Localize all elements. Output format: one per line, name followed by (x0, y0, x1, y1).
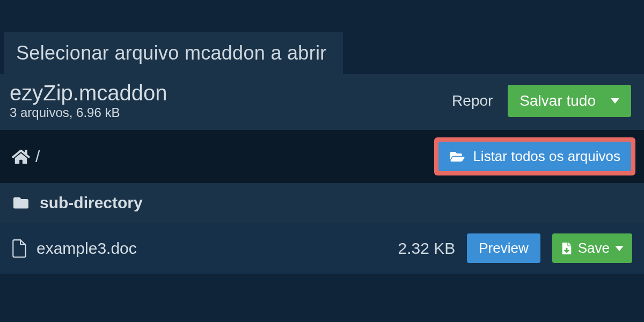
folder-icon (12, 195, 30, 210)
download-icon (561, 243, 573, 254)
save-all-label: Salvar tudo (519, 92, 596, 109)
highlight-box: Listar todos os arquivos (434, 137, 635, 175)
breadcrumb-bar: / Listar todos os arquivos (0, 130, 644, 183)
home-icon[interactable] (12, 149, 30, 165)
file-name: ezyZip.mcaddon (10, 82, 167, 104)
preview-button[interactable]: Preview (467, 233, 540, 263)
folder-open-icon (449, 150, 465, 163)
tab-title: Selecionar arquivo mcaddon a abrir (16, 42, 327, 64)
save-label: Save (578, 240, 610, 257)
file-row-name: example3.doc (36, 239, 137, 258)
reset-link[interactable]: Repor (452, 92, 493, 109)
file-info: ezyZip.mcaddon 3 arquivos, 6.96 kB (10, 82, 167, 120)
save-button[interactable]: Save (552, 233, 632, 263)
folder-name: sub-directory (40, 194, 143, 212)
file-meta: 3 arquivos, 6.96 kB (10, 105, 167, 120)
caret-down-icon (611, 98, 619, 104)
caret-down-icon (615, 246, 624, 251)
tab-select-file[interactable]: Selecionar arquivo mcaddon a abrir (4, 32, 343, 74)
file-header: ezyZip.mcaddon 3 arquivos, 6.96 kB Repor… (0, 74, 644, 130)
list-all-label: Listar todos os arquivos (473, 148, 620, 165)
save-all-button[interactable]: Salvar tudo (508, 85, 631, 117)
file-size: 2.32 KB (398, 239, 456, 258)
list-item[interactable]: sub-directory (0, 183, 644, 223)
file-icon (12, 239, 27, 258)
breadcrumb-separator: / (35, 148, 40, 166)
list-all-files-button[interactable]: Listar todos os arquivos (438, 142, 631, 171)
list-item[interactable]: example3.doc 2.32 KB Preview Save (0, 223, 644, 274)
